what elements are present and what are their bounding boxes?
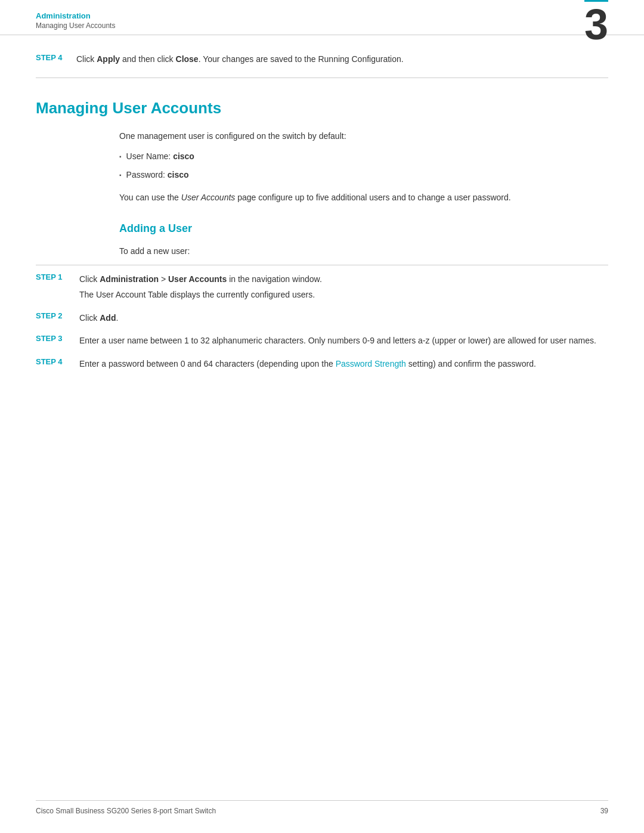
page-footer: Cisco Small Business SG200 Series 8-port… [36,800,608,815]
list-item-password-text: Password: cisco [126,168,189,181]
list-item-username: User Name: cisco [119,150,608,163]
chapter-box: 3 [584,0,608,46]
step-3-body: Enter a user name between 1 to 32 alphan… [79,334,608,347]
password-bold: cisco [168,170,189,179]
section-intro: One management user is configured on the… [119,129,608,205]
breadcrumb-admin: Administration [36,11,91,20]
divider-after-step [36,78,608,78]
list-item-password: Password: cisco [119,168,608,181]
subsection-intro: To add a new user: [119,244,608,258]
step-2-add: Add [100,313,116,323]
prior-step-label: STEP 4 [36,53,72,62]
step-1-subnote: The User Account Table displays the curr… [79,288,608,301]
step-1-row: STEP 1 Click Administration > User Accou… [36,272,608,302]
body-paragraph: You can use the User Accounts page confi… [119,191,608,204]
user-accounts-italic: User Accounts [181,193,236,202]
steps-container: STEP 1 Click Administration > User Accou… [36,272,608,370]
subsection-divider [36,265,608,265]
step-2-label: STEP 2 [36,311,75,320]
section-title: Managing User Accounts [36,99,608,117]
prior-step-4: STEP 4 Click Apply and then click Close.… [36,53,608,66]
step-2-row: STEP 2 Click Add. [36,311,608,324]
page-header: Administration Managing User Accounts 3 [0,0,644,35]
apply-label: Apply [97,54,120,64]
step-1-administration: Administration [100,274,159,284]
breadcrumb: Administration Managing User Accounts [36,11,608,30]
breadcrumb-sub: Managing User Accounts [36,21,115,30]
step-3-row: STEP 3 Enter a user name between 1 to 32… [36,334,608,347]
step-1-user-accounts: User Accounts [168,274,227,284]
step-4-body: Enter a password between 0 and 64 charac… [79,357,608,370]
step-3-label: STEP 3 [36,334,75,343]
step-2-body: Click Add. [79,311,608,324]
step-1-body: Click Administration > User Accounts in … [79,272,608,302]
step-4-row: STEP 4 Enter a password between 0 and 64… [36,357,608,370]
bullet-list: User Name: cisco Password: cisco [119,150,608,181]
prior-step-content: Click Apply and then click Close. Your c… [76,53,404,66]
close-label: Close [176,54,199,64]
step-1-label: STEP 1 [36,272,75,281]
password-strength-link[interactable]: Password Strength [336,359,406,368]
subsection-title: Adding a User [119,222,608,235]
chapter-number: 3 [584,3,608,46]
intro-paragraph: One management user is configured on the… [119,129,608,143]
list-item-username-text: User Name: cisco [126,150,194,163]
footer-left: Cisco Small Business SG200 Series 8-port… [36,807,216,815]
footer-page-number: 39 [600,807,608,815]
step-4-label: STEP 4 [36,357,75,366]
username-bold: cisco [173,151,194,161]
